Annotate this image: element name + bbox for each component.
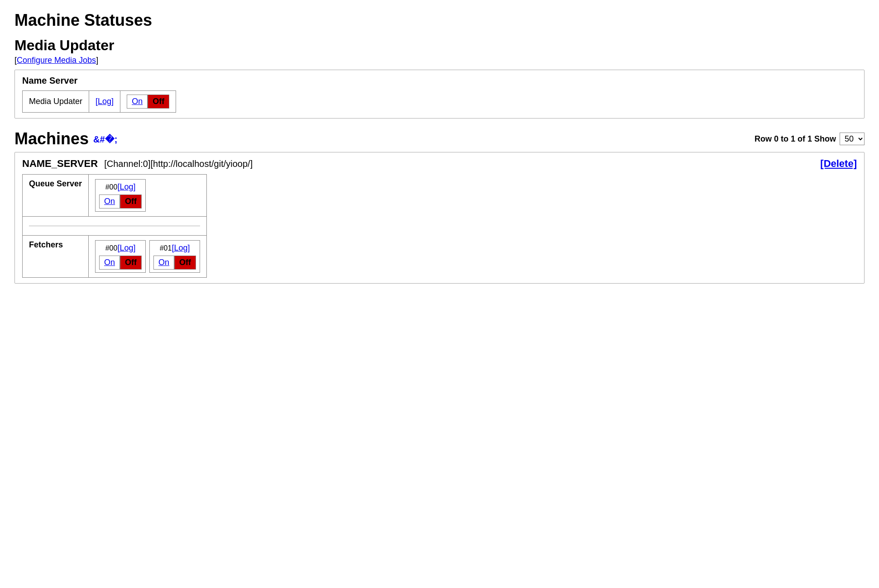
machines-section-header: Machines &#�; Row 0 to 1 of 1 Show 50 [14,129,865,148]
fetcher-0-toggle: OnOff [99,256,142,270]
media-updater-toggle: OnOff [127,95,169,109]
machine-details: [Channel:0][http://localhost/git/yioop/] [104,159,253,169]
fetcher-1-label: #01[Log] [153,243,196,253]
row-info: Row 0 to 1 of 1 Show 50 [755,133,865,145]
machines-title-group: Machines &#�; [14,129,103,148]
fetchers-cell: #00[Log] OnOff #01[Log] OnOff [89,236,207,278]
queue-server-instance-cell: #00[Log] OnOff [89,175,207,217]
fetcher-0-box: #00[Log] OnOff [95,240,146,273]
machine-inner-table: Queue Server #00[Log] OnOff Fetchers [22,174,207,278]
machine-name-text: NAME_SERVER [Channel:0][http://localhost… [22,158,253,170]
fetcher-1-box: #01[Log] OnOff [149,240,200,273]
queue-server-off-button[interactable]: Off [120,194,142,209]
fetcher-1-toggle: OnOff [153,256,196,270]
queue-server-toggle: OnOff [99,194,142,209]
fetchers-instances: #00[Log] OnOff #01[Log] OnOff [95,240,200,273]
machine-name-row: NAME_SERVER [Channel:0][http://localhost… [22,158,857,170]
fetcher-0-label: #00[Log] [99,243,142,253]
fetcher-1-off-button[interactable]: Off [174,256,196,270]
fetcher-0-off-button[interactable]: Off [120,256,142,270]
delete-link[interactable]: [Delete] [820,158,857,170]
row-info-text: Row 0 to 1 of 1 Show [755,134,836,144]
media-updater-on-button[interactable]: On [127,95,148,109]
row-count-select[interactable]: 50 [840,133,865,145]
media-updater-title: Media Updater [14,37,865,54]
fetcher-0-on-button[interactable]: On [99,256,120,270]
queue-log-button[interactable]: [Log] [117,182,135,192]
queue-instance-0-box: #00[Log] OnOff [95,179,146,212]
media-updater-row-label: Media Updater [23,91,89,113]
name-server-section-title: Name Server [22,76,857,86]
machine-block: NAME_SERVER [Channel:0][http://localhost… [14,152,865,284]
queue-instance-0-label: #00[Log] [99,182,142,192]
queue-server-on-button[interactable]: On [99,194,120,209]
configure-media-jobs-link[interactable]: Configure Media Jobs [17,56,96,65]
media-updater-off-button[interactable]: Off [148,95,169,109]
media-updater-log-button[interactable]: [Log] [96,97,114,106]
fetcher-1-on-button[interactable]: On [153,256,174,270]
page-title: Machine Statuses [14,11,865,30]
queue-server-label: Queue Server [23,175,89,217]
fetchers-label: Fetchers [23,236,89,278]
name-server-section: Name Server Media Updater [Log] OnOff [14,70,865,119]
fetcher-0-log-button[interactable]: [Log] [117,243,135,253]
fetcher-1-log-button[interactable]: [Log] [172,243,190,253]
media-updater-table: Media Updater [Log] OnOff [22,90,176,113]
grid-icon[interactable]: &#�; [93,134,103,144]
machines-title: Machines [14,129,89,148]
